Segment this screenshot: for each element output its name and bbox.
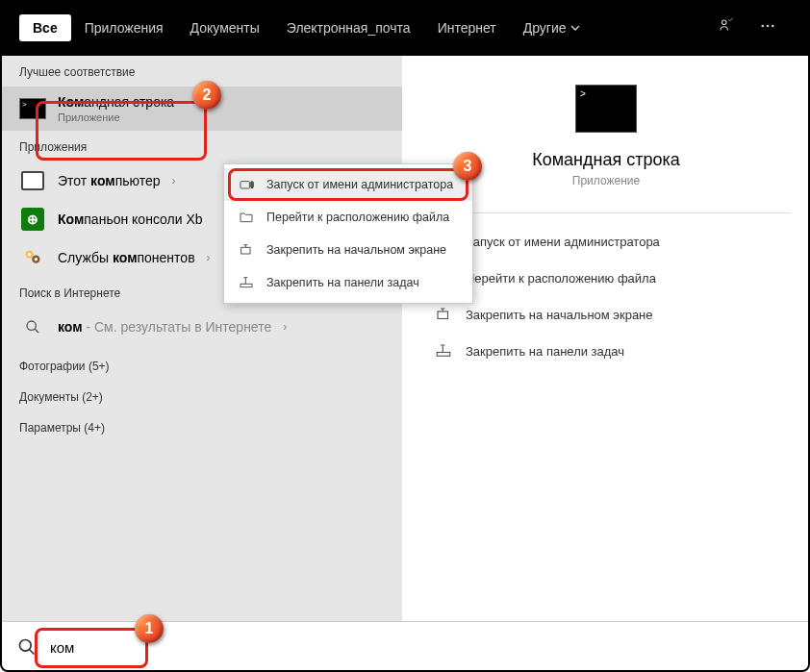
pin-start-icon <box>435 306 452 323</box>
result-title: Компаньон консоли Xb <box>58 212 203 227</box>
documents-header[interactable]: Документы (2+) <box>0 381 402 411</box>
action-open-file-location[interactable]: Перейти к расположению файла <box>421 260 791 296</box>
action-pin-taskbar[interactable]: Закрепить на панели задач <box>421 333 791 369</box>
svg-line-9 <box>35 329 38 333</box>
annotation-badge-1: 1 <box>135 614 164 643</box>
search-icon <box>17 637 37 657</box>
action-pin-start[interactable]: Закрепить на начальном экране <box>421 296 791 333</box>
context-run-as-admin[interactable]: Запуск от имени администратора <box>224 168 472 201</box>
context-pin-taskbar[interactable]: Закрепить на панели задач <box>224 266 472 299</box>
admin-shield-icon <box>238 176 255 193</box>
chevron-right-icon: › <box>283 320 287 334</box>
result-title: ком - См. результаты в Интернете <box>58 319 271 335</box>
context-menu: Запуск от имени администратора Перейти к… <box>223 163 473 304</box>
svg-rect-13 <box>240 182 249 188</box>
svg-point-1 <box>761 25 764 28</box>
action-run-as-admin[interactable]: Запуск от имени администратора <box>421 223 791 260</box>
settings-header[interactable]: Параметры (4+) <box>0 411 402 442</box>
search-results-panel: Лучшее соответствие Командная строка При… <box>0 56 402 621</box>
search-icon <box>25 319 40 335</box>
divider <box>421 212 791 213</box>
tab-other[interactable]: Другие <box>510 14 594 41</box>
feedback-icon[interactable] <box>718 17 735 38</box>
pin-taskbar-icon <box>238 274 255 291</box>
pin-taskbar-icon <box>435 342 452 360</box>
svg-line-17 <box>30 650 35 655</box>
context-pin-start[interactable]: Закрепить на начальном экране <box>224 234 472 266</box>
folder-icon <box>238 209 255 226</box>
pc-icon <box>21 171 44 190</box>
svg-point-16 <box>20 640 32 652</box>
chevron-right-icon: › <box>172 174 176 187</box>
search-bar[interactable] <box>0 621 810 672</box>
context-open-file-location[interactable]: Перейти к расположению файла <box>224 201 472 234</box>
pin-start-icon <box>238 241 255 259</box>
tab-documents[interactable]: Документы <box>177 14 273 41</box>
app-preview-name: Командная строка <box>532 150 680 170</box>
svg-rect-14 <box>241 247 250 254</box>
search-input[interactable] <box>50 639 793 656</box>
tab-email[interactable]: Электронная_почта <box>273 14 424 41</box>
svg-point-6 <box>28 253 31 256</box>
result-web-search[interactable]: ком - См. результаты в Интернете › <box>0 308 402 346</box>
svg-point-3 <box>772 25 774 28</box>
result-subtitle: Приложение <box>58 112 383 123</box>
cmd-icon <box>19 98 46 119</box>
tab-apps[interactable]: Приложения <box>71 14 177 41</box>
apps-header: Приложения <box>0 131 402 162</box>
result-title: Этот компьютер <box>58 173 161 188</box>
app-preview-type: Приложение <box>572 174 640 187</box>
services-icon <box>23 248 42 267</box>
annotation-badge-2: 2 <box>192 81 221 110</box>
svg-point-8 <box>27 321 36 330</box>
tab-internet[interactable]: Интернет <box>424 14 510 41</box>
tab-all[interactable]: Все <box>19 14 71 41</box>
xbox-icon: ⊕ <box>21 208 44 231</box>
more-options-icon[interactable] <box>759 17 776 38</box>
preview-panel: Командная строка Приложение Запуск от им… <box>402 56 810 621</box>
svg-point-7 <box>35 258 38 261</box>
result-title: Службы компонентов <box>58 250 195 265</box>
svg-point-2 <box>767 25 770 28</box>
app-preview-icon <box>575 85 637 133</box>
chevron-right-icon: › <box>207 251 211 264</box>
chevron-down-icon <box>570 23 580 33</box>
svg-point-0 <box>722 20 727 25</box>
svg-rect-12 <box>437 353 450 357</box>
search-filter-header: Все Приложения Документы Электронная_поч… <box>0 0 810 56</box>
svg-rect-11 <box>438 311 448 319</box>
annotation-badge-3: 3 <box>453 152 482 181</box>
svg-rect-15 <box>240 284 252 286</box>
photos-header[interactable]: Фотографии (5+) <box>0 346 402 381</box>
